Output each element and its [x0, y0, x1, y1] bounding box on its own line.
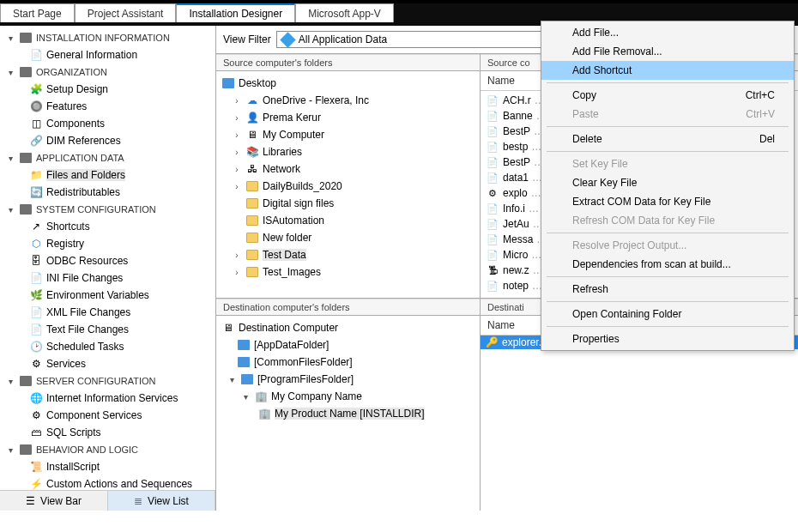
computer-icon: 🖥 [221, 321, 235, 335]
folder-icon [20, 33, 32, 43]
nav-item-components[interactable]: ◫Components [3, 115, 215, 132]
ctx-copy[interactable]: CopyCtrl+C [541, 86, 794, 105]
file-icon: 📄 [486, 94, 499, 107]
tab-label: Installation Designer [189, 8, 282, 20]
ctx-open-containing[interactable]: Open Containing Folder [541, 305, 794, 323]
tab-project-assistant[interactable]: Project Assistant [75, 3, 177, 22]
src-item[interactable]: Digital sign files [216, 195, 480, 212]
src-item[interactable]: ›Test_Images [216, 263, 480, 281]
folder-icon [246, 250, 258, 260]
chevron-right-icon: › [232, 268, 242, 277]
src-item[interactable]: ›☁OneDrive - Flexera, Inc [216, 92, 480, 109]
chevron-right-icon: › [232, 148, 242, 157]
file-icon: 📄 [486, 233, 499, 246]
shortcut-key: Ctrl+V [746, 108, 775, 120]
nav-category-behavior-logic[interactable]: ▾BEHAVIOR AND LOGIC [3, 441, 215, 458]
src-item[interactable]: ›🖧Network [216, 160, 480, 178]
chevron-right-icon: › [232, 113, 242, 123]
tab-installation-designer[interactable]: Installation Designer [176, 3, 295, 22]
nav-item-scheduled-tasks[interactable]: 🕑Scheduled Tasks [3, 338, 215, 355]
ctx-paste[interactable]: PasteCtrl+V [541, 105, 794, 124]
dest-company[interactable]: ▾🏢My Company Name [216, 388, 480, 405]
src-item[interactable]: ›DailyBuilds_2020 [216, 178, 480, 195]
folder-icon [246, 181, 258, 191]
nav-item-registry[interactable]: ⬡Registry [3, 235, 215, 252]
nav-item-installscript[interactable]: 📜InstallScript [3, 458, 215, 475]
nav-item-iis[interactable]: 🌐Internet Information Services [3, 390, 215, 407]
ctx-set-key-file[interactable]: Set Key File [541, 154, 794, 173]
nav-item-text-file-changes[interactable]: 📄Text File Changes [3, 321, 215, 338]
tab-label: Microsoft App-V [308, 8, 381, 20]
separator [547, 126, 789, 127]
separator [547, 301, 789, 302]
nav-category-organization[interactable]: ▾ORGANIZATION [3, 63, 215, 81]
user-icon: 👤 [245, 111, 259, 124]
ctx-delete[interactable]: DeleteDel [541, 130, 794, 148]
nav-item-shortcuts[interactable]: ↗Shortcuts [3, 218, 215, 235]
src-item[interactable]: ›📚Libraries [216, 143, 480, 160]
ctx-dependencies[interactable]: Dependencies from scan at build... [541, 255, 794, 274]
nav-item-redistributables[interactable]: 🔄Redistributables [3, 184, 215, 201]
chevron-right-icon: › [232, 96, 242, 106]
computer-icon: 🖥 [245, 128, 259, 142]
nav-category-application-data[interactable]: ▾APPLICATION DATA [3, 149, 215, 166]
src-item[interactable]: New folder [216, 229, 480, 246]
list-icon: ≣ [134, 495, 142, 507]
ctx-properties[interactable]: Properties [541, 329, 794, 348]
dest-root[interactable]: 🖥Destination Computer [216, 319, 480, 336]
ctx-refresh[interactable]: Refresh [541, 280, 794, 299]
chevron-down-icon: ▾ [9, 154, 13, 163]
nav-item-general-information[interactable]: 📄General Information [3, 46, 215, 63]
ctx-add-file[interactable]: Add File... [541, 23, 794, 42]
dest-programfiles[interactable]: ▾[ProgramFilesFolder] [216, 371, 480, 388]
view-list-button[interactable]: ≣View List [108, 491, 215, 511]
dest-common[interactable]: [CommonFilesFolder] [216, 354, 480, 371]
folder-icon [246, 267, 258, 277]
src-desktop[interactable]: Desktop [216, 75, 480, 92]
exe-icon: ⚙ [486, 186, 499, 200]
folder-icon [20, 204, 32, 215]
nav-category-system-configuration[interactable]: ▾SYSTEM CONFIGURATION [3, 201, 215, 218]
view-bar-button[interactable]: ☰View Bar [0, 491, 108, 511]
nav-item-ini-file-changes[interactable]: 📄INI File Changes [3, 269, 215, 287]
nav-item-environment-variables[interactable]: 🌿Environment Variables [3, 287, 215, 304]
separator [547, 326, 789, 327]
ctx-add-file-removal[interactable]: Add File Removal... [541, 42, 794, 61]
tab-microsoft-appv[interactable]: Microsoft App-V [295, 3, 394, 22]
dest-appdata[interactable]: [AppDataFolder] [216, 336, 480, 354]
dest-product-installdir[interactable]: 🏢My Product Name [INSTALLDIR] [216, 405, 480, 422]
chevron-right-icon: › [232, 165, 242, 174]
folder-icon [246, 233, 258, 243]
nav-category-installation-info[interactable]: ▾INSTALLATION INFORMATION [3, 29, 215, 46]
nav-item-component-services[interactable]: ⚙Component Services [3, 407, 215, 424]
nav-item-services[interactable]: ⚙Services [3, 355, 215, 372]
chevron-down-icon: ▾ [240, 392, 251, 402]
cloud-icon: ☁ [245, 94, 259, 107]
ctx-extract-com[interactable]: Extract COM Data for Key File [541, 192, 794, 211]
nav-item-files-and-folders[interactable]: 📁Files and Folders [3, 166, 215, 184]
nav-category-server-configuration[interactable]: ▾SERVER CONFIGURATION [3, 372, 215, 390]
nav-item-xml-file-changes[interactable]: 📄XML File Changes [3, 304, 215, 321]
file-icon: 📄 [486, 248, 499, 262]
file-icon: 📄 [486, 171, 499, 184]
src-item-test-data[interactable]: ›Test Data [216, 246, 480, 263]
dest-folders-header: Destination computer's folders [216, 299, 480, 316]
nav-item-dim-references[interactable]: 🔗DIM References [3, 132, 215, 149]
nav-item-sql-scripts[interactable]: 🗃SQL Scripts [3, 424, 215, 441]
ctx-add-shortcut[interactable]: Add Shortcut [541, 61, 794, 80]
tab-label: Project Assistant [88, 8, 164, 20]
ctx-resolve-output[interactable]: Resolve Project Output... [541, 236, 794, 255]
nav-item-features[interactable]: 🔘Features [3, 98, 215, 115]
shortcut-key: Del [759, 133, 775, 145]
ctx-refresh-com[interactable]: Refresh COM Data for Key File [541, 211, 794, 230]
chevron-down-icon: ▾ [9, 445, 13, 455]
ctx-clear-key-file[interactable]: Clear Key File [541, 173, 794, 192]
src-item[interactable]: ›👤Prema Kerur [216, 109, 480, 126]
src-item[interactable]: ISAutomation [216, 212, 480, 229]
nav-item-setup-design[interactable]: 🧩Setup Design [3, 81, 215, 98]
src-item[interactable]: ›🖥My Computer [216, 126, 480, 143]
nav-item-custom-actions[interactable]: ⚡Custom Actions and Sequences [3, 475, 215, 490]
shortcut-key: Ctrl+C [746, 89, 775, 101]
tab-start-page[interactable]: Start Page [0, 3, 75, 22]
nav-item-odbc-resources[interactable]: 🗄ODBC Resources [3, 252, 215, 269]
